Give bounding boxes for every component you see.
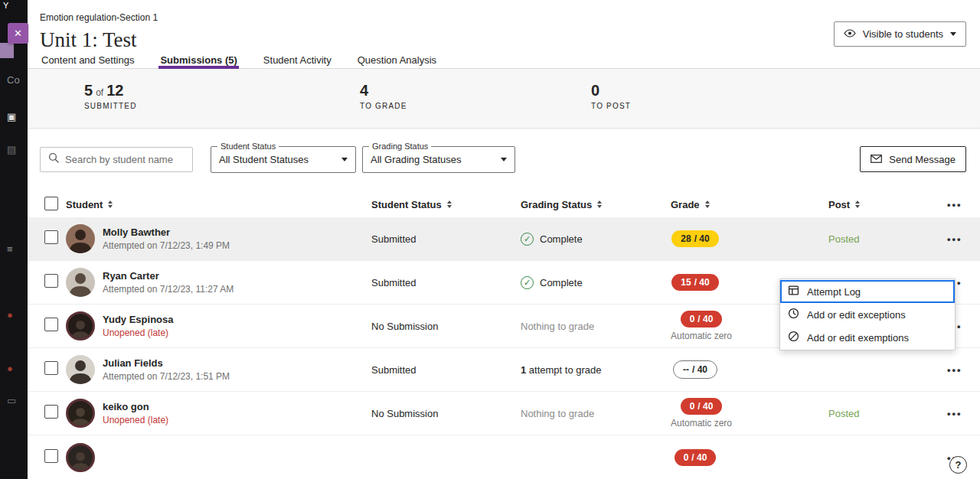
row-checkbox[interactable] (44, 318, 58, 331)
attempt-info: Unopened (late) (103, 415, 168, 425)
tab-student-activity[interactable]: Student Activity (262, 52, 333, 68)
student-status: No Submission (371, 321, 438, 332)
search-box[interactable] (40, 147, 193, 172)
row-menu-button[interactable]: ••• (947, 408, 962, 419)
visibility-label: Visible to students (863, 28, 943, 40)
attempt-info: Attempted on 7/12/23, 1:51 PM (103, 371, 230, 382)
search-icon (48, 152, 59, 166)
student-name[interactable]: keiko gon (103, 401, 168, 412)
chevron-down-icon (501, 158, 507, 161)
grade-pill[interactable]: --/ 40 (673, 360, 717, 379)
grading-status: Nothing to grade (521, 321, 671, 332)
column-label: Student Status (371, 199, 442, 210)
row-checkbox[interactable] (44, 274, 58, 288)
tab-submissions-5-[interactable]: Submissions (5) (158, 52, 238, 68)
post-status: Posted (828, 408, 859, 419)
stat-value: 5 (84, 82, 93, 99)
student-status: Submitted (371, 277, 416, 288)
grade-note: Automatic zero (671, 331, 732, 341)
filter-value: All Student Statuses (219, 154, 309, 165)
table-row: Molly Bawther Attempted on 7/12/23, 1:49… (28, 217, 980, 261)
column-header-student[interactable]: Student (66, 199, 371, 210)
send-message-button[interactable]: Send Message (860, 146, 966, 172)
sidebar-glyph: ▤ (7, 144, 16, 155)
check-circle-icon: ✓ (521, 233, 534, 246)
menu-item-attempt-log[interactable]: Attempt Log (780, 280, 955, 303)
sidebar-glyph: ≡ (7, 243, 13, 255)
menu-item-add-exemptions[interactable]: Add or edit exemptions (780, 326, 955, 349)
avatar (66, 224, 95, 253)
grade-pill[interactable]: 28/ 40 (671, 230, 718, 247)
column-header-student-status[interactable]: Student Status (371, 199, 521, 210)
close-panel-button[interactable]: ✕ (8, 23, 28, 44)
menu-item-label: Add or edit exceptions (807, 309, 906, 321)
student-name[interactable]: Ryan Carter (103, 270, 234, 282)
slash-circle-icon (788, 331, 799, 344)
sort-icon (855, 200, 860, 208)
sort-icon (705, 200, 710, 208)
grading-status: ✓ Complete (521, 233, 671, 246)
attempt-info: Attempted on 7/12/23, 1:49 PM (103, 240, 230, 251)
send-message-label: Send Message (889, 154, 956, 165)
row-context-menu: Attempt Log Add or edit exceptions Add o… (779, 279, 956, 350)
filter-bar: Student Status All Student Statuses Grad… (28, 129, 980, 173)
tab-question-analysis[interactable]: Question Analysis (356, 52, 438, 68)
student-name[interactable]: Molly Bawther (103, 226, 230, 238)
stat-value: 0 (591, 82, 599, 99)
column-header-grading-status[interactable]: Grading Status (521, 199, 671, 210)
attempt-log-icon (788, 285, 799, 298)
grading-status: 1 attempt to grade (521, 364, 671, 376)
column-header-grade[interactable]: Grade (671, 199, 828, 210)
filter-label: Grading Status (369, 142, 431, 151)
clock-icon (788, 308, 799, 321)
row-menu-button[interactable]: ••• (947, 233, 962, 245)
table-menu-button[interactable]: ••• (947, 199, 962, 210)
column-label: Post (828, 199, 850, 210)
menu-item-add-exceptions[interactable]: Add or edit exceptions (780, 303, 955, 326)
grade-note: Automatic zero (671, 418, 732, 428)
select-all-checkbox[interactable] (44, 197, 58, 210)
eye-icon (844, 28, 856, 40)
search-input[interactable] (65, 154, 185, 165)
attempt-info: Unopened (late) (103, 327, 173, 338)
stats-band: 5 of 12 SUBMITTED 4 TO GRADE 0 TO POST (28, 69, 980, 129)
grading-status-filter[interactable]: Grading Status All Grading Statuses (362, 146, 515, 173)
help-question-mark: ? (956, 459, 962, 471)
grading-status: Nothing to grade (521, 408, 671, 419)
grade-pill[interactable]: 15/ 40 (671, 274, 718, 291)
filter-label: Student Status (217, 142, 279, 151)
grade-pill[interactable]: 0/ 40 (681, 398, 723, 415)
breadcrumb: Emotion regulation-Section 1 (40, 12, 158, 23)
stat-submitted: 5 of 12 SUBMITTED (84, 82, 137, 110)
student-name[interactable]: Yudy Espinosa (103, 314, 173, 325)
chevron-down-icon (341, 158, 348, 161)
student-status: Submitted (371, 364, 416, 376)
row-checkbox[interactable] (44, 361, 58, 375)
check-circle-icon: ✓ (521, 276, 534, 289)
avatar (66, 355, 95, 384)
sort-icon (597, 200, 602, 208)
column-label: Student (66, 199, 103, 210)
grade-pill[interactable]: 0/ 40 (681, 311, 723, 327)
tab-content-and-settings[interactable]: Content and Settings (40, 52, 136, 68)
table-row: 0/ 40 ••• (28, 435, 980, 479)
row-menu-button[interactable]: ••• (947, 364, 962, 376)
sidebar-glyph: ▭ (7, 395, 16, 406)
row-checkbox[interactable] (44, 405, 58, 419)
sidebar-glyph: Co (7, 74, 20, 86)
post-status: Posted (828, 233, 859, 245)
column-label: Grading Status (521, 199, 592, 210)
row-checkbox[interactable] (44, 449, 58, 463)
row-checkbox[interactable] (44, 230, 58, 244)
avatar (66, 268, 95, 297)
filter-value: All Grading Statuses (371, 154, 462, 165)
table-row: Julian Fields Attempted on 7/12/23, 1:51… (28, 348, 980, 392)
grade-pill[interactable]: 0/ 40 (675, 449, 717, 466)
help-button[interactable]: ? (949, 456, 967, 474)
visibility-dropdown-button[interactable]: Visible to students (834, 21, 966, 47)
avatar (66, 399, 95, 428)
student-name[interactable]: Julian Fields (103, 357, 230, 369)
column-header-post[interactable]: Post (828, 199, 947, 210)
menu-item-label: Attempt Log (807, 286, 861, 298)
student-status-filter[interactable]: Student Status All Student Statuses (211, 146, 356, 173)
